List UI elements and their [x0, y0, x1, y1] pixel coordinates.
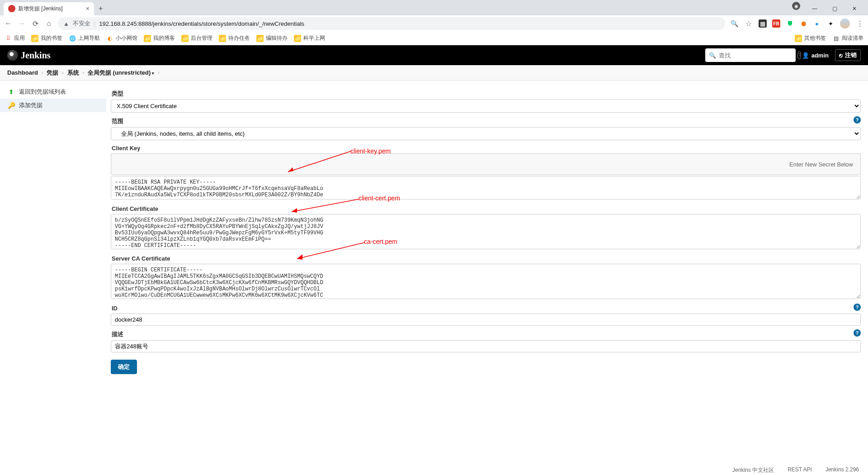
bookmark-item[interactable]: 🌐上网导航: [69, 34, 100, 42]
jenkins-logo-icon: [7, 50, 18, 61]
nav-bar: ← → ⟳ ⌂ ▲ 不安全 | 192.168.8.245:8888/jenki…: [0, 15, 868, 32]
scope-label: 范围: [112, 117, 123, 125]
address-bar[interactable]: ▲ 不安全 | 192.168.8.245:8888/jenkins/crede…: [58, 17, 725, 30]
secret-hint-box: Enter New Secret Below: [111, 153, 861, 175]
breadcrumb: Dashboard › 凭据 › 系统 › 全局凭据 (unrestricted…: [0, 65, 868, 81]
jenkins-body: ⬆ 返回到凭据域列表 🔑 添加凭据 类型 X.509 Client Certif…: [0, 81, 868, 470]
bookmark-item[interactable]: 📁我的书签: [31, 34, 62, 42]
ext-icon-1[interactable]: ▦: [759, 19, 767, 28]
tab-strip: 新增凭据 [Jenkins] × + ◉ — ▢ ✕: [0, 0, 868, 15]
chevron-right-icon: ›: [83, 70, 84, 75]
crumb-credentials[interactable]: 凭据: [47, 69, 58, 77]
puzzle-icon[interactable]: ✦: [826, 19, 835, 28]
chevron-right-icon: ›: [158, 70, 159, 75]
help-icon[interactable]: ?: [854, 329, 861, 337]
client-cert-label: Client Certificate: [112, 205, 861, 212]
back-button[interactable]: ←: [4, 19, 13, 28]
bookmark-item[interactable]: 📁待办任务: [219, 34, 250, 42]
minimize-button[interactable]: —: [805, 2, 825, 15]
footer-version: Jenkins 2.296: [826, 466, 859, 470]
maximize-button[interactable]: ▢: [825, 2, 844, 15]
close-tab-icon[interactable]: ×: [86, 5, 90, 12]
ext-icon-3[interactable]: ⛊: [786, 19, 794, 28]
forward-button[interactable]: →: [17, 19, 26, 28]
id-label: ID: [112, 305, 118, 312]
tab-title: 新增凭据 [Jenkins]: [18, 5, 63, 13]
bookmarks-bar: ⠿应用 📁我的书签 🌐上网导航 ◐小小网馆 📁我的博客 📁后台管理 📁待办任务 …: [0, 32, 868, 45]
ext-icon-2[interactable]: FB: [772, 19, 780, 28]
user-link[interactable]: 👤 admin: [802, 52, 829, 59]
search-input[interactable]: [719, 52, 795, 59]
bookmark-item[interactable]: 📁科学上网: [294, 34, 325, 42]
client-cert-textarea[interactable]: [111, 214, 861, 249]
submit-button[interactable]: 确定: [111, 360, 137, 374]
type-label: 类型: [112, 90, 861, 98]
bookmark-item[interactable]: ◐小小网馆: [106, 34, 137, 42]
sidebar-back-label: 返回到凭据域列表: [19, 88, 66, 96]
server-ca-label: Server CA Certificate: [112, 255, 861, 262]
footer: Jenkins 中文社区 REST API Jenkins 2.296: [732, 466, 859, 470]
search-icon: 🔍: [709, 52, 716, 59]
id-input[interactable]: [111, 314, 861, 326]
chevron-right-icon: ›: [62, 70, 63, 75]
secret-hint: Enter New Secret Below: [789, 161, 853, 168]
reading-list[interactable]: ▤阅读清单: [832, 34, 863, 42]
logout-label: 注销: [845, 51, 857, 59]
logout-button[interactable]: ⎋ 注销: [835, 49, 861, 61]
crumb-dashboard[interactable]: Dashboard: [7, 69, 38, 76]
crumb-domain[interactable]: 全局凭据 (unrestricted): [88, 69, 154, 77]
profile-avatar[interactable]: [840, 19, 850, 28]
key-icon: 🔑: [7, 101, 15, 109]
sidebar-add-credential[interactable]: 🔑 添加凭据: [0, 99, 106, 112]
other-bookmarks[interactable]: 📁其他书签: [795, 34, 826, 42]
up-arrow-icon: ⬆: [7, 88, 15, 96]
bookmark-item[interactable]: 📁后台管理: [181, 34, 212, 42]
client-key-label: Client Key: [112, 145, 861, 152]
desc-input[interactable]: [111, 340, 861, 352]
browser-chrome: 新增凭据 [Jenkins] × + ◉ — ▢ ✕ ← → ⟳ ⌂ ▲ 不安全…: [0, 0, 868, 45]
sidebar-back[interactable]: ⬆ 返回到凭据域列表: [0, 85, 106, 99]
extension-icons: 🔍 ☆ ▦ FB ⛊ ⬢ ● ✦ ⋮: [730, 19, 864, 28]
user-icon: 👤: [802, 52, 809, 59]
desc-label: 描述: [112, 330, 123, 338]
profile-icon[interactable]: ◉: [792, 2, 800, 10]
jenkins-header: Jenkins 🔍 ? 👤 admin ⎋ 注销: [0, 45, 868, 65]
brand-text: Jenkins: [21, 50, 51, 61]
search-help-icon[interactable]: ?: [797, 51, 801, 59]
insecure-label: 不安全: [73, 19, 90, 28]
search-box[interactable]: 🔍 ?: [705, 48, 796, 62]
new-tab-button[interactable]: +: [94, 2, 107, 15]
crumb-system[interactable]: 系统: [67, 69, 79, 77]
type-select[interactable]: X.509 Client Certificate: [111, 100, 861, 113]
apps-button[interactable]: ⠿应用: [5, 34, 25, 42]
close-window-button[interactable]: ✕: [844, 2, 864, 15]
jenkins-favicon: [8, 5, 15, 12]
username: admin: [811, 52, 829, 59]
server-ca-textarea[interactable]: [111, 264, 861, 299]
footer-link[interactable]: Jenkins 中文社区: [732, 466, 774, 470]
menu-icon[interactable]: ⋮: [855, 19, 864, 28]
ext-icon-4[interactable]: ⬢: [799, 19, 807, 28]
chevron-right-icon: ›: [42, 70, 43, 75]
logout-icon: ⎋: [839, 52, 843, 59]
main-form: 类型 X.509 Client Certificate 范围 ? 全局 (Jen…: [106, 81, 868, 470]
star-icon[interactable]: ☆: [744, 19, 753, 28]
client-key-textarea[interactable]: [111, 176, 861, 200]
url-text: 192.168.8.245:8888/jenkins/credentials/s…: [99, 20, 304, 27]
bookmark-item[interactable]: 📁编辑待办: [256, 34, 288, 42]
ext-icon-5[interactable]: ●: [813, 19, 821, 28]
help-icon[interactable]: ?: [854, 304, 861, 311]
home-button[interactable]: ⌂: [44, 19, 53, 28]
sidebar-add-label: 添加凭据: [19, 101, 42, 109]
help-icon[interactable]: ?: [854, 116, 861, 124]
reload-button[interactable]: ⟳: [31, 19, 40, 28]
sidebar: ⬆ 返回到凭据域列表 🔑 添加凭据: [0, 81, 106, 470]
browser-tab[interactable]: 新增凭据 [Jenkins] ×: [4, 2, 94, 15]
insecure-icon: ▲: [63, 20, 69, 27]
bookmark-item[interactable]: 📁我的博客: [144, 34, 175, 42]
footer-link[interactable]: REST API: [788, 466, 812, 470]
jenkins-logo[interactable]: Jenkins: [7, 50, 51, 61]
scope-select[interactable]: 全局 (Jenkins, nodes, items, all child ite…: [111, 127, 861, 140]
search-icon[interactable]: 🔍: [730, 19, 739, 28]
